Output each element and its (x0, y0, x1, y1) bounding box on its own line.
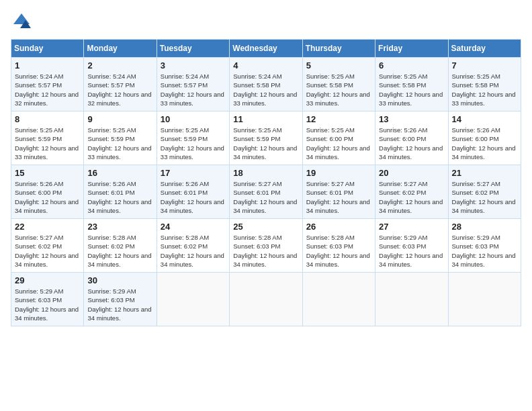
calendar-cell: 4 Sunrise: 5:24 AMSunset: 5:58 PMDayligh… (230, 58, 302, 111)
day-info: Sunrise: 5:27 AMSunset: 6:01 PMDaylight:… (306, 180, 370, 214)
calendar-cell (302, 273, 375, 326)
day-number: 10 (161, 114, 226, 124)
header-saturday: Saturday (448, 40, 521, 58)
day-info: Sunrise: 5:24 AMSunset: 5:57 PMDaylight:… (87, 73, 151, 107)
day-number: 2 (87, 60, 152, 71)
calendar-week-row: 22 Sunrise: 5:27 AMSunset: 6:02 PMDaylig… (11, 219, 521, 273)
day-info: Sunrise: 5:24 AMSunset: 5:58 PMDaylight:… (233, 73, 297, 107)
day-number: 5 (306, 60, 371, 71)
calendar-cell: 15 Sunrise: 5:26 AMSunset: 6:00 PMDaylig… (11, 165, 84, 219)
calendar-cell: 16 Sunrise: 5:26 AMSunset: 6:01 PMDaylig… (84, 165, 157, 219)
day-info: Sunrise: 5:25 AMSunset: 5:59 PMDaylight:… (161, 126, 224, 161)
day-number: 17 (161, 168, 226, 178)
day-info: Sunrise: 5:26 AMSunset: 6:00 PMDaylight:… (452, 126, 516, 161)
day-number: 4 (233, 60, 298, 71)
day-number: 25 (233, 222, 298, 232)
day-number: 20 (379, 168, 444, 178)
day-number: 29 (15, 275, 80, 285)
calendar-cell (375, 273, 448, 326)
day-number: 28 (452, 222, 517, 232)
day-info: Sunrise: 5:27 AMSunset: 6:02 PMDaylight:… (379, 180, 443, 214)
header-sunday: Sunday (11, 40, 84, 58)
calendar-cell: 22 Sunrise: 5:27 AMSunset: 6:02 PMDaylig… (11, 219, 84, 273)
calendar-cell: 7 Sunrise: 5:25 AMSunset: 5:58 PMDayligh… (448, 58, 521, 111)
logo-icon (11, 11, 32, 32)
calendar-cell: 9 Sunrise: 5:25 AMSunset: 5:59 PMDayligh… (84, 111, 157, 165)
calendar-cell (157, 273, 229, 326)
day-info: Sunrise: 5:25 AMSunset: 5:59 PMDaylight:… (87, 126, 151, 161)
day-info: Sunrise: 5:27 AMSunset: 6:02 PMDaylight:… (452, 180, 516, 214)
header-thursday: Thursday (302, 40, 375, 58)
day-info: Sunrise: 5:28 AMSunset: 6:03 PMDaylight:… (233, 234, 297, 268)
day-number: 15 (15, 168, 80, 178)
day-number: 21 (452, 168, 517, 178)
calendar-cell: 8 Sunrise: 5:25 AMSunset: 5:59 PMDayligh… (11, 111, 84, 165)
header-wednesday: Wednesday (230, 40, 302, 58)
calendar-week-row: 1 Sunrise: 5:24 AMSunset: 5:57 PMDayligh… (11, 58, 521, 111)
calendar-week-row: 15 Sunrise: 5:26 AMSunset: 6:00 PMDaylig… (11, 165, 521, 219)
calendar-week-row: 29 Sunrise: 5:29 AMSunset: 6:03 PMDaylig… (11, 273, 521, 326)
calendar-cell: 17 Sunrise: 5:26 AMSunset: 6:01 PMDaylig… (157, 165, 229, 219)
calendar-cell: 29 Sunrise: 5:29 AMSunset: 6:03 PMDaylig… (11, 273, 84, 326)
calendar-header-row: Sunday Monday Tuesday Wednesday Thursday… (11, 40, 521, 58)
day-number: 8 (15, 114, 80, 124)
day-info: Sunrise: 5:25 AMSunset: 5:58 PMDaylight:… (452, 73, 516, 107)
day-number: 19 (306, 168, 371, 178)
calendar-cell: 5 Sunrise: 5:25 AMSunset: 5:58 PMDayligh… (302, 58, 375, 111)
day-number: 7 (452, 60, 517, 71)
day-info: Sunrise: 5:29 AMSunset: 6:03 PMDaylight:… (452, 234, 516, 268)
calendar-week-row: 8 Sunrise: 5:25 AMSunset: 5:59 PMDayligh… (11, 111, 521, 165)
day-number: 22 (15, 222, 80, 232)
calendar-cell: 10 Sunrise: 5:25 AMSunset: 5:59 PMDaylig… (157, 111, 229, 165)
day-info: Sunrise: 5:26 AMSunset: 6:01 PMDaylight:… (161, 180, 224, 214)
day-info: Sunrise: 5:27 AMSunset: 6:02 PMDaylight:… (15, 234, 79, 268)
calendar-cell (448, 273, 521, 326)
day-info: Sunrise: 5:29 AMSunset: 6:03 PMDaylight:… (379, 234, 443, 268)
calendar-cell: 26 Sunrise: 5:28 AMSunset: 6:03 PMDaylig… (302, 219, 375, 273)
day-info: Sunrise: 5:28 AMSunset: 6:02 PMDaylight:… (87, 234, 151, 268)
calendar-cell: 27 Sunrise: 5:29 AMSunset: 6:03 PMDaylig… (375, 219, 448, 273)
day-info: Sunrise: 5:27 AMSunset: 6:01 PMDaylight:… (233, 180, 297, 214)
calendar-cell: 11 Sunrise: 5:25 AMSunset: 5:59 PMDaylig… (230, 111, 302, 165)
day-info: Sunrise: 5:26 AMSunset: 6:00 PMDaylight:… (379, 126, 443, 161)
calendar-cell: 28 Sunrise: 5:29 AMSunset: 6:03 PMDaylig… (448, 219, 521, 273)
calendar-cell: 23 Sunrise: 5:28 AMSunset: 6:02 PMDaylig… (84, 219, 157, 273)
calendar-cell: 24 Sunrise: 5:28 AMSunset: 6:02 PMDaylig… (157, 219, 229, 273)
svg-marker-0 (13, 13, 30, 24)
day-number: 6 (379, 60, 444, 71)
day-info: Sunrise: 5:24 AMSunset: 5:57 PMDaylight:… (15, 73, 79, 107)
day-number: 3 (161, 60, 226, 71)
calendar-cell: 3 Sunrise: 5:24 AMSunset: 5:57 PMDayligh… (157, 58, 229, 111)
day-number: 23 (87, 222, 152, 232)
calendar-cell: 19 Sunrise: 5:27 AMSunset: 6:01 PMDaylig… (302, 165, 375, 219)
day-number: 13 (379, 114, 444, 124)
day-info: Sunrise: 5:26 AMSunset: 6:00 PMDaylight:… (15, 180, 79, 214)
day-number: 26 (306, 222, 371, 232)
day-info: Sunrise: 5:28 AMSunset: 6:02 PMDaylight:… (161, 234, 224, 268)
day-number: 27 (379, 222, 444, 232)
page-header (11, 11, 521, 32)
calendar-cell: 14 Sunrise: 5:26 AMSunset: 6:00 PMDaylig… (448, 111, 521, 165)
day-number: 16 (87, 168, 152, 178)
day-number: 24 (161, 222, 226, 232)
day-number: 1 (15, 60, 80, 71)
day-info: Sunrise: 5:25 AMSunset: 5:59 PMDaylight:… (15, 126, 79, 161)
calendar-cell (230, 273, 302, 326)
day-info: Sunrise: 5:25 AMSunset: 6:00 PMDaylight:… (306, 126, 370, 161)
header-friday: Friday (375, 40, 448, 58)
calendar-cell: 13 Sunrise: 5:26 AMSunset: 6:00 PMDaylig… (375, 111, 448, 165)
day-info: Sunrise: 5:26 AMSunset: 6:01 PMDaylight:… (87, 180, 151, 214)
header-tuesday: Tuesday (157, 40, 229, 58)
day-number: 30 (87, 275, 152, 285)
day-info: Sunrise: 5:29 AMSunset: 6:03 PMDaylight:… (15, 287, 79, 322)
day-info: Sunrise: 5:25 AMSunset: 5:59 PMDaylight:… (233, 126, 297, 161)
calendar-cell: 20 Sunrise: 5:27 AMSunset: 6:02 PMDaylig… (375, 165, 448, 219)
calendar-cell: 18 Sunrise: 5:27 AMSunset: 6:01 PMDaylig… (230, 165, 302, 219)
header-monday: Monday (84, 40, 157, 58)
day-number: 12 (306, 114, 371, 124)
calendar-cell: 21 Sunrise: 5:27 AMSunset: 6:02 PMDaylig… (448, 165, 521, 219)
calendar-cell: 1 Sunrise: 5:24 AMSunset: 5:57 PMDayligh… (11, 58, 84, 111)
logo (11, 11, 35, 32)
day-number: 9 (87, 114, 152, 124)
calendar-cell: 12 Sunrise: 5:25 AMSunset: 6:00 PMDaylig… (302, 111, 375, 165)
